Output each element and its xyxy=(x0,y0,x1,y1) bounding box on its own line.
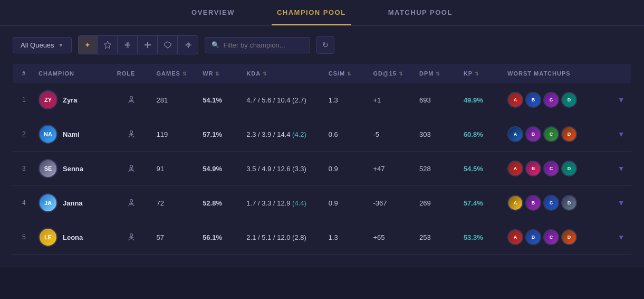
kda-cell: 1.7 / 3.3 / 12.9 (4.4) xyxy=(241,186,323,220)
expand-cell: ▼ xyxy=(611,220,631,255)
filter-support-btn[interactable]: ✙ xyxy=(119,36,138,54)
col-header-expand xyxy=(611,64,631,83)
champion-cell: SE Senna xyxy=(33,152,112,186)
matchup-icon: D xyxy=(561,229,577,245)
col-header-gd15[interactable]: GD@15⇅ xyxy=(368,64,414,83)
matchups-cell: ABCD xyxy=(502,117,611,152)
expand-row-button[interactable]: ▼ xyxy=(616,199,626,207)
sort-icon: ⇅ xyxy=(182,71,187,77)
champion-icon: ZY xyxy=(39,90,57,109)
svg-point-18 xyxy=(130,234,133,237)
expand-cell: ▼ xyxy=(611,152,631,186)
rank-cell: 1 xyxy=(13,83,33,117)
matchup-icons: ABCD xyxy=(507,126,605,142)
matchup-icon: B xyxy=(525,161,541,176)
filter-tank-btn[interactable] xyxy=(159,36,178,54)
refresh-button[interactable]: ↻ xyxy=(316,36,334,54)
role-cell xyxy=(112,186,151,220)
matchup-icon: A xyxy=(507,126,523,142)
matchup-icon: D xyxy=(561,161,577,176)
matchup-icon: A xyxy=(507,195,523,211)
kp-value: 53.3% xyxy=(464,233,483,241)
col-header-dpm[interactable]: DPM⇅ xyxy=(414,64,458,83)
matchups-cell: ABCD xyxy=(502,220,611,255)
tab-matchup-pool[interactable]: MATCHUP POOL xyxy=(383,0,458,25)
filter-all-btn[interactable]: ✦ xyxy=(79,36,98,54)
kp-cell: 57.4% xyxy=(458,186,502,220)
kp-value: 49.9% xyxy=(464,96,483,104)
champion-name: Nami xyxy=(63,130,80,138)
matchup-icon: D xyxy=(561,92,577,108)
tab-overview[interactable]: OVERVIEW xyxy=(186,0,240,25)
gd15-cell: +47 xyxy=(368,152,414,186)
fighter-icon xyxy=(144,41,151,49)
matchup-icon: A xyxy=(507,92,523,108)
expand-row-button[interactable]: ▼ xyxy=(616,164,626,173)
filter-mage-btn[interactable] xyxy=(99,36,118,54)
col-header-games[interactable]: GAMES⇅ xyxy=(151,64,198,83)
kda-cell: 2.3 / 3.9 / 14.4 (4.2) xyxy=(241,117,323,152)
matchup-icon: C xyxy=(543,161,559,176)
col-header-wr[interactable]: WR⇅ xyxy=(197,64,241,83)
matchup-icon: D xyxy=(561,195,577,211)
table-row: 5 LE Leona 5756.1%2.1 / 5.1 / 12.0 (2.8)… xyxy=(13,220,631,255)
role-icon xyxy=(117,164,146,173)
csm-cell: 0.9 xyxy=(323,152,368,186)
wr-value: 57.1% xyxy=(203,130,222,138)
matchups-cell: ABCD xyxy=(502,152,611,186)
csm-cell: 1.3 xyxy=(323,220,368,255)
filter-icon-group: ✦ ✙ xyxy=(78,35,198,54)
rank-cell: 4 xyxy=(13,186,33,220)
expand-row-button[interactable]: ▼ xyxy=(616,96,626,104)
champion-name: Zyra xyxy=(63,96,77,104)
champion-filter-input[interactable] xyxy=(224,41,303,49)
wr-value: 52.8% xyxy=(203,199,222,207)
table-row: 4 JA Janna 7252.8%1.7 / 3.3 / 12.9 (4.4)… xyxy=(13,186,631,220)
tabs-bar: OVERVIEW CHAMPION POOL MATCHUP POOL xyxy=(0,0,644,26)
gd15-cell: -367 xyxy=(368,186,414,220)
matchup-icons: ABCD xyxy=(507,92,605,108)
gd15-cell: -5 xyxy=(368,117,414,152)
table-header-row: # CHAMPION ROLE GAMES⇅ WR⇅ KDA⇅ CS/M⇅ GD… xyxy=(13,64,631,83)
kda-value: 3.5 / 4.9 / 12.6 (3.3) xyxy=(246,165,306,173)
role-icon xyxy=(117,198,146,208)
champion-cell: ZY Zyra xyxy=(33,83,112,117)
expand-row-button[interactable]: ▼ xyxy=(616,130,626,138)
champion-cell: NA Nami xyxy=(33,117,112,152)
kda-cell: 2.1 / 5.1 / 12.0 (2.8) xyxy=(241,220,323,255)
tank-icon xyxy=(164,41,171,49)
col-header-kda[interactable]: KDA⇅ xyxy=(241,64,323,83)
tab-champion-pool[interactable]: CHAMPION POOL xyxy=(272,0,351,25)
kp-value: 57.4% xyxy=(464,199,483,207)
champion-cell: JA Janna xyxy=(33,186,112,220)
matchup-icon: B xyxy=(525,126,541,142)
matchup-icon: B xyxy=(525,92,541,108)
matchup-icon: C xyxy=(543,126,559,142)
search-icon: 🔍 xyxy=(212,41,219,49)
kp-value: 60.8% xyxy=(464,130,483,138)
expand-row-button[interactable]: ▼ xyxy=(616,233,626,241)
expand-cell: ▼ xyxy=(611,186,631,220)
kda-value: 4.7 / 5.6 / 10.4 (2.7) xyxy=(246,96,306,104)
role-cell xyxy=(112,83,151,117)
kp-cell: 53.3% xyxy=(458,220,502,255)
matchups-cell: ABCD xyxy=(502,83,611,117)
rank-cell: 5 xyxy=(13,220,33,255)
wr-cell: 52.8% xyxy=(197,186,241,220)
filter-marksman-btn[interactable] xyxy=(179,36,198,54)
champion-icon: LE xyxy=(39,228,57,247)
games-cell: 281 xyxy=(151,83,198,117)
col-header-csm[interactable]: CS/M⇅ xyxy=(323,64,368,83)
matchup-icon: C xyxy=(543,229,559,245)
kp-cell: 54.5% xyxy=(458,152,502,186)
gd15-cell: +1 xyxy=(368,83,414,117)
svg-point-15 xyxy=(130,200,133,202)
matchup-icon: C xyxy=(543,195,559,211)
filter-fighter-btn[interactable] xyxy=(139,36,158,54)
col-header-num: # xyxy=(13,64,33,83)
toolbar: All Queues ▼ ✦ ✙ xyxy=(0,26,644,64)
expand-cell: ▼ xyxy=(611,117,631,152)
queue-dropdown[interactable]: All Queues ▼ xyxy=(13,37,72,53)
col-header-kp[interactable]: KP⇅ xyxy=(458,64,502,83)
svg-point-9 xyxy=(130,131,133,134)
